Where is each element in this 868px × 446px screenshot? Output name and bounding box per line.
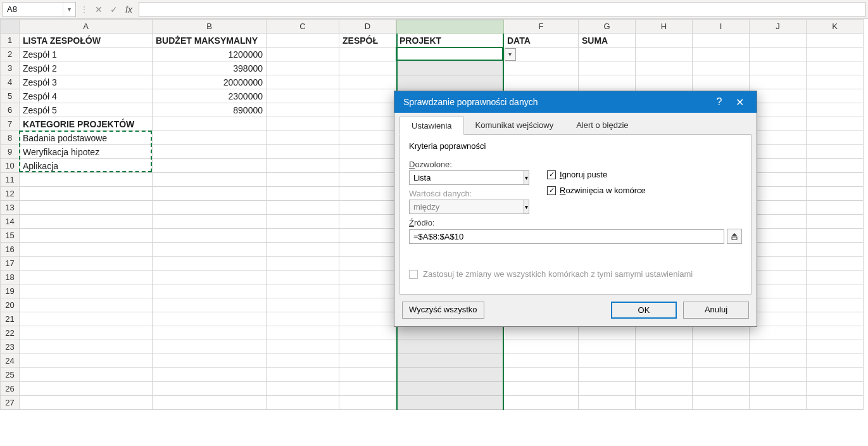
column-header-J[interactable]: J	[750, 20, 807, 34]
cell-C3[interactable]	[267, 61, 339, 75]
cell-G27[interactable]	[579, 396, 636, 410]
cell-D6[interactable]	[339, 103, 396, 117]
row-header-3[interactable]: 3	[1, 61, 20, 75]
cell-G4[interactable]	[579, 75, 636, 89]
cell-D17[interactable]	[339, 257, 396, 271]
cell-F25[interactable]	[504, 368, 579, 382]
cell-K15[interactable]	[807, 229, 864, 243]
cell-F1[interactable]: DATA	[504, 34, 579, 48]
cell-A26[interactable]	[20, 382, 153, 396]
cell-I22[interactable]	[693, 326, 750, 340]
cell-D22[interactable]	[339, 326, 396, 340]
cell-C24[interactable]	[267, 354, 339, 368]
cell-A14[interactable]	[20, 215, 153, 229]
row-header-25[interactable]: 25	[1, 368, 20, 382]
cell-C10[interactable]	[267, 159, 339, 173]
row-header-27[interactable]: 27	[1, 396, 20, 410]
cell-A11[interactable]	[20, 173, 153, 187]
cell-C7[interactable]	[267, 117, 339, 131]
cell-C1[interactable]	[267, 34, 339, 48]
cell-E24[interactable]	[396, 354, 504, 368]
cell-J8[interactable]	[750, 131, 807, 145]
cell-F27[interactable]	[504, 396, 579, 410]
cell-A1[interactable]: LISTA ZESPOŁÓW	[20, 34, 153, 48]
cell-B2[interactable]: 1200000	[153, 48, 267, 61]
cell-K8[interactable]	[807, 131, 864, 145]
row-header-8[interactable]: 8	[1, 131, 20, 145]
cell-D2[interactable]	[339, 48, 396, 61]
dialog-titlebar[interactable]: Sprawdzanie poprawności danych ? ✕	[394, 91, 757, 113]
cell-K19[interactable]	[807, 284, 864, 298]
cell-C12[interactable]	[267, 187, 339, 201]
cell-H22[interactable]	[636, 326, 693, 340]
cell-I3[interactable]	[693, 61, 750, 75]
cell-E2[interactable]	[396, 48, 504, 61]
cell-B17[interactable]	[153, 257, 267, 271]
cell-B16[interactable]	[153, 243, 267, 257]
clear-all-button[interactable]: Wyczyść wszystko	[402, 302, 484, 319]
cell-B24[interactable]	[153, 354, 267, 368]
cell-B6[interactable]: 890000	[153, 103, 267, 117]
row-header-9[interactable]: 9	[1, 145, 20, 159]
cell-A19[interactable]	[20, 284, 153, 298]
column-header-G[interactable]: G	[579, 20, 636, 34]
cell-K9[interactable]	[807, 145, 864, 159]
name-box-input[interactable]	[3, 4, 63, 14]
cell-I24[interactable]	[693, 354, 750, 368]
cell-B1[interactable]: BUDŻET MAKSYMALNY	[153, 34, 267, 48]
cell-A5[interactable]: Zespół 4	[20, 89, 153, 103]
cell-J23[interactable]	[750, 340, 807, 354]
cell-J22[interactable]	[750, 326, 807, 340]
select-all-corner[interactable]	[1, 20, 20, 34]
cell-A9[interactable]: Weryfikacja hipotez	[20, 145, 153, 159]
cell-K27[interactable]	[807, 396, 864, 410]
tab-input-message[interactable]: Komunikat wejściowy	[464, 117, 565, 135]
cell-C16[interactable]	[267, 243, 339, 257]
cell-J15[interactable]	[750, 229, 807, 243]
cell-D5[interactable]	[339, 89, 396, 103]
cell-E3[interactable]	[396, 61, 504, 75]
cell-K20[interactable]	[807, 298, 864, 312]
cell-B5[interactable]: 2300000	[153, 89, 267, 103]
cell-B15[interactable]	[153, 229, 267, 243]
cell-D16[interactable]	[339, 243, 396, 257]
cell-B8[interactable]	[153, 131, 267, 145]
row-header-14[interactable]: 14	[1, 215, 20, 229]
cell-D25[interactable]	[339, 368, 396, 382]
cell-C25[interactable]	[267, 368, 339, 382]
name-box-dropdown[interactable]: ▾	[63, 3, 75, 16]
cell-G24[interactable]	[579, 354, 636, 368]
cell-J14[interactable]	[750, 215, 807, 229]
cell-J24[interactable]	[750, 354, 807, 368]
cell-H4[interactable]	[636, 75, 693, 89]
row-header-7[interactable]: 7	[1, 117, 20, 131]
cell-J6[interactable]	[750, 103, 807, 117]
cell-E26[interactable]	[396, 382, 504, 396]
cell-K25[interactable]	[807, 368, 864, 382]
dialog-help-button[interactable]: ?	[710, 96, 729, 108]
row-header-19[interactable]: 19	[1, 284, 20, 298]
cell-I25[interactable]	[693, 368, 750, 382]
column-header-B[interactable]: B	[153, 20, 267, 34]
cell-D24[interactable]	[339, 354, 396, 368]
row-header-10[interactable]: 10	[1, 159, 20, 173]
cell-A20[interactable]	[20, 298, 153, 312]
cell-K13[interactable]	[807, 201, 864, 215]
cell-C5[interactable]	[267, 89, 339, 103]
column-header-E[interactable]: E	[396, 20, 504, 34]
cell-D11[interactable]	[339, 173, 396, 187]
row-header-21[interactable]: 21	[1, 312, 20, 326]
cell-B20[interactable]	[153, 298, 267, 312]
cell-D14[interactable]	[339, 215, 396, 229]
cell-D13[interactable]	[339, 201, 396, 215]
cell-A13[interactable]	[20, 201, 153, 215]
row-header-20[interactable]: 20	[1, 298, 20, 312]
cell-D8[interactable]	[339, 131, 396, 145]
cell-D20[interactable]	[339, 298, 396, 312]
ignore-blank-checkbox[interactable]: ✓ Ignoruj puste	[547, 170, 646, 179]
cell-C22[interactable]	[267, 326, 339, 340]
column-header-I[interactable]: I	[693, 20, 750, 34]
column-header-D[interactable]: D	[339, 20, 396, 34]
cell-K14[interactable]	[807, 215, 864, 229]
cell-J18[interactable]	[750, 271, 807, 284]
